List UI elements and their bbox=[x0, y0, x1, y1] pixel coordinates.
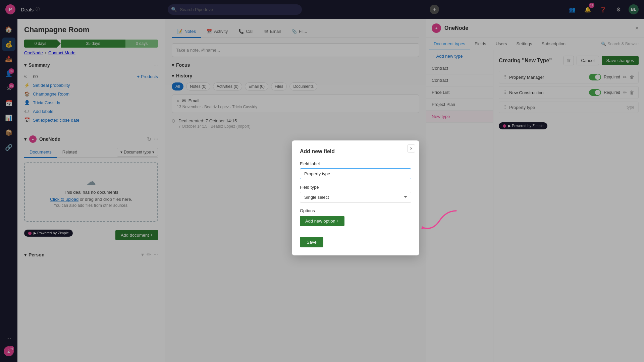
modal-title: Add new field bbox=[300, 148, 411, 155]
arrow-annotation bbox=[413, 207, 460, 236]
add-field-modal: Add new field × Field label Field type S… bbox=[292, 140, 419, 255]
modal-overlay[interactable]: Add new field × Field label Field type S… bbox=[0, 0, 644, 362]
modal-close-btn[interactable]: × bbox=[407, 144, 415, 153]
svg-marker-0 bbox=[421, 226, 425, 229]
field-label-title: Field label bbox=[300, 161, 411, 166]
options-label: Options bbox=[300, 208, 411, 213]
field-type-select[interactable]: Single select bbox=[300, 192, 411, 203]
field-type-title: Field type bbox=[300, 185, 411, 190]
field-label-input[interactable] bbox=[300, 168, 411, 179]
add-option-btn[interactable]: Add new option + bbox=[300, 216, 344, 226]
modal-save-btn[interactable]: Save bbox=[300, 237, 323, 247]
